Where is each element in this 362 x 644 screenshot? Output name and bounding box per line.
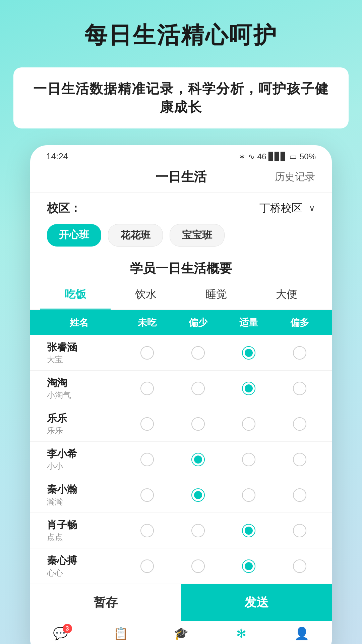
student-nickname: 点点 <box>47 532 122 543</box>
send-button[interactable]: 发送 <box>181 584 332 621</box>
radio-uneaten-3[interactable] <box>122 453 173 466</box>
header-proper: 适量 <box>223 316 274 329</box>
bluetooth-icon: ∗ <box>239 152 245 161</box>
radio-less-3[interactable] <box>173 453 224 466</box>
table-row: 李小希 小小 <box>30 442 332 477</box>
watermark: 告你，用心记录孩子成长每一刻 <box>0 623 362 637</box>
student-nickname: 瀚瀚 <box>47 496 122 507</box>
category-tabs: 吃饭 饮水 睡觉 大便 <box>30 280 332 310</box>
tab-bathroom[interactable]: 大便 <box>251 280 322 310</box>
radio-less-1[interactable] <box>173 382 224 395</box>
table-row: 肖子畅 点点 <box>30 513 332 548</box>
table-row: 乐乐 乐乐 <box>30 406 332 442</box>
radio-less-0[interactable] <box>173 346 224 360</box>
table-row: 秦小瀚 瀚瀚 <box>30 477 332 513</box>
save-button[interactable]: 暂存 <box>30 584 181 621</box>
wifi-icon: ∿ <box>248 152 255 161</box>
app-header-title: 一日生活 <box>87 168 275 185</box>
student-name: 肖子畅 <box>47 518 122 532</box>
radio-proper-6[interactable] <box>223 559 274 573</box>
radio-more-5[interactable] <box>274 524 325 537</box>
nav-garden-label: 园务 <box>113 643 128 644</box>
table-row: 淘淘 小淘气 <box>30 371 332 406</box>
tab-drinking[interactable]: 饮水 <box>111 280 181 310</box>
header-more: 偏多 <box>274 316 325 329</box>
student-nickname: 心心 <box>47 568 122 578</box>
student-info: 秦心搏 心心 <box>37 554 122 578</box>
school-label: 校区： <box>47 201 81 216</box>
student-info: 淘淘 小淘气 <box>37 376 122 400</box>
nav-teacher-label: 教师 <box>294 643 309 644</box>
student-nickname: 乐乐 <box>47 425 122 436</box>
app-header: 一日生活 历史记录 <box>30 165 332 193</box>
radio-uneaten-0[interactable] <box>122 346 173 360</box>
table-header: 姓名 未吃 偏少 适量 偏多 <box>30 310 332 335</box>
radio-uneaten-6[interactable] <box>122 559 173 573</box>
nav-students-label: 我的学生 <box>166 643 196 644</box>
phone-mockup: 14:24 ∗ ∿ 46 ▊▊▊ ▭ 50% 一日生活 历史记录 校区： 丁桥校… <box>30 145 332 644</box>
radio-proper-3[interactable] <box>223 453 274 466</box>
radio-more-0[interactable] <box>274 346 325 360</box>
student-nickname: 小小 <box>47 461 122 472</box>
table-row: 秦心搏 心心 <box>30 548 332 584</box>
student-name: 秦小瀚 <box>47 483 122 496</box>
radio-proper-5[interactable] <box>223 524 274 537</box>
class-tab-happy[interactable]: 开心班 <box>47 224 101 247</box>
chevron-down-icon[interactable]: ∨ <box>309 204 315 213</box>
radio-proper-0[interactable] <box>223 346 274 360</box>
radio-uneaten-4[interactable] <box>122 488 173 502</box>
student-info: 秦小瀚 瀚瀚 <box>37 483 122 507</box>
radio-proper-2[interactable] <box>223 417 274 431</box>
radio-uneaten-2[interactable] <box>122 417 173 431</box>
radio-uneaten-1[interactable] <box>122 382 173 395</box>
header-uneaten: 未吃 <box>122 316 173 329</box>
status-icons: ∗ ∿ 46 ▊▊▊ ▭ 50% <box>239 152 316 161</box>
nav-daily-label: 一日生活 <box>227 643 256 644</box>
radio-proper-1[interactable] <box>223 382 274 395</box>
student-name: 张睿涵 <box>47 340 122 354</box>
data-table: 姓名 未吃 偏少 适量 偏多 张睿涵 大宝 淘淘 小淘气 <box>30 310 332 584</box>
student-info: 肖子畅 点点 <box>37 518 122 543</box>
radio-more-6[interactable] <box>274 559 325 573</box>
tab-sleeping[interactable]: 睡觉 <box>181 280 251 310</box>
student-name: 淘淘 <box>47 376 122 390</box>
class-tab-flower[interactable]: 花花班 <box>108 224 163 247</box>
radio-more-2[interactable] <box>274 417 325 431</box>
section-title: 学员一日生活概要 <box>30 253 332 280</box>
school-value[interactable]: 丁桥校区 <box>259 201 302 216</box>
student-name: 李小希 <box>47 447 122 461</box>
radio-more-4[interactable] <box>274 488 325 502</box>
radio-less-5[interactable] <box>173 524 224 537</box>
student-nickname: 小淘气 <box>47 390 122 400</box>
school-selector: 校区： 丁桥校区 ∨ <box>30 193 332 224</box>
battery-icon: ▭ <box>289 152 297 161</box>
table-row: 张睿涵 大宝 <box>30 335 332 371</box>
page-title: 每日生活精心呵护 <box>84 20 278 51</box>
class-tab-baby[interactable]: 宝宝班 <box>170 224 225 247</box>
class-tabs: 开心班 花花班 宝宝班 <box>30 224 332 253</box>
radio-more-1[interactable] <box>274 382 325 395</box>
status-bar: 14:24 ∗ ∿ 46 ▊▊▊ ▭ 50% <box>30 145 332 165</box>
header-name: 姓名 <box>37 316 122 329</box>
bottom-buttons: 暂存 发送 <box>30 584 332 621</box>
radio-less-6[interactable] <box>173 559 224 573</box>
student-nickname: 大宝 <box>47 354 122 365</box>
status-time: 14:24 <box>46 151 68 162</box>
radio-proper-4[interactable] <box>223 488 274 502</box>
signal-icon: 46 ▊▊▊ <box>257 152 287 161</box>
radio-more-3[interactable] <box>274 453 325 466</box>
battery-percent: 50% <box>300 152 316 161</box>
student-name: 乐乐 <box>47 412 122 425</box>
radio-less-2[interactable] <box>173 417 224 431</box>
student-info: 张睿涵 大宝 <box>37 340 122 365</box>
header-less: 偏少 <box>173 316 224 329</box>
student-name: 秦心搏 <box>47 554 122 568</box>
student-info: 李小希 小小 <box>37 447 122 472</box>
history-button[interactable]: 历史记录 <box>275 170 315 184</box>
radio-uneaten-5[interactable] <box>122 524 173 537</box>
radio-less-4[interactable] <box>173 488 224 502</box>
student-info: 乐乐 乐乐 <box>37 412 122 436</box>
tab-eating[interactable]: 吃饭 <box>40 280 111 310</box>
nav-messages-label: 消息 <box>53 643 68 644</box>
subtitle-bar: 一日生活数据精准记录，科学分析，呵护孩子健康成长 <box>13 67 349 128</box>
